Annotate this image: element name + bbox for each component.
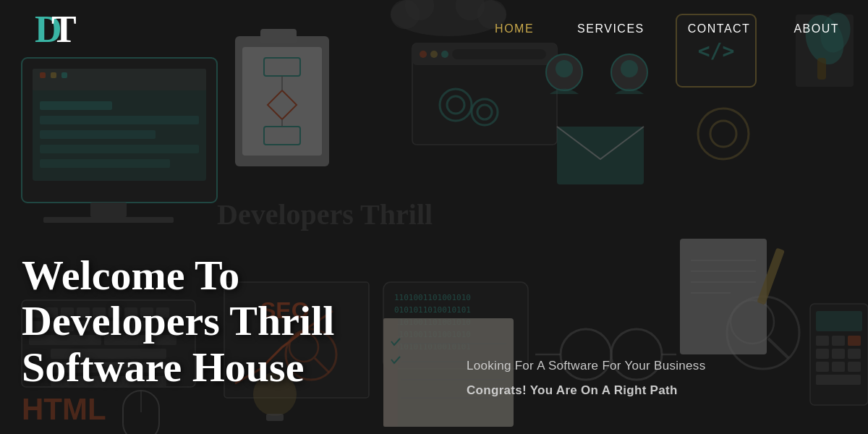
hero-title: Welcome To Developers Thrill Software Ho… bbox=[22, 252, 423, 391]
hero-subtitle: Looking For A Software For Your Business bbox=[467, 359, 868, 373]
site-logo[interactable]: D T bbox=[29, 7, 80, 51]
nav-contact[interactable]: CONTACT bbox=[688, 22, 751, 35]
hero-section: Welcome To Developers Thrill Software Ho… bbox=[0, 58, 868, 434]
main-nav: HOME SERVICES CONTACT ABOUT bbox=[495, 22, 839, 35]
nav-services[interactable]: SERVICES bbox=[577, 22, 644, 35]
nav-about[interactable]: ABOUT bbox=[793, 22, 839, 35]
nav-home[interactable]: HOME bbox=[495, 22, 534, 35]
svg-text:T: T bbox=[51, 9, 77, 49]
hero-subtitle2: Congrats! You Are On A Right Path bbox=[467, 383, 868, 398]
